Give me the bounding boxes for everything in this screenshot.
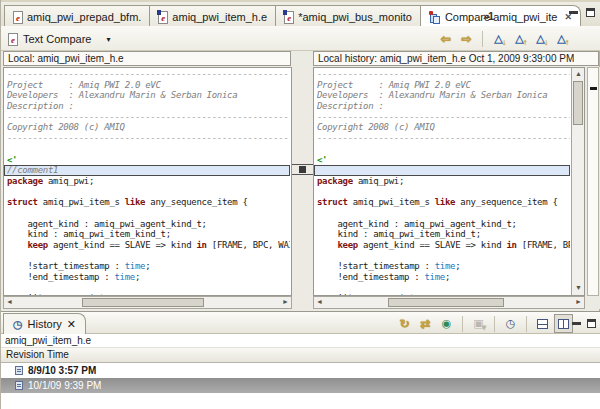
viewer-switch-label: Text Compare: [23, 33, 91, 45]
right-vertical-scrollbar[interactable]: ▲ ▼: [571, 68, 584, 295]
horizontal-scroll-thumb[interactable]: [82, 298, 204, 307]
right-horizontal-scrollbar[interactable]: ◄ ►: [313, 296, 585, 309]
revision-row-selected[interactable]: 10/1/09 9:39 PM: [1, 378, 600, 393]
horizontal-layout-icon: [537, 319, 548, 329]
scroll-left-icon[interactable]: ◄: [6, 298, 13, 305]
revision-time-column-header[interactable]: Revision Time: [1, 348, 600, 363]
chevron-down-icon: ▾: [106, 35, 110, 44]
copy-right-to-left-button[interactable]: ⇦: [436, 29, 455, 48]
right-source-pane[interactable]: ----------------------------------------…: [313, 67, 585, 296]
pin-icon: ◉: [442, 317, 452, 330]
compare-toolbar: e Text Compare ▾ ⇦ ⇨ △↓ △↑ △↓ △↑: [1, 26, 600, 51]
vertical-layout-button[interactable]: [554, 314, 573, 333]
minimize-icon[interactable]: [569, 8, 578, 17]
pin-view-button[interactable]: ◉: [437, 314, 456, 333]
scroll-up-icon[interactable]: ▲: [575, 70, 582, 77]
diff-overview-mark[interactable]: [590, 87, 597, 90]
e-file-icon: e: [8, 33, 18, 46]
next-change-button[interactable]: △↓: [531, 29, 550, 48]
next-difference-button[interactable]: △↓: [489, 29, 508, 48]
scroll-right-icon[interactable]: ►: [575, 298, 582, 305]
tab-compare-editor[interactable]: Compare amiq_pwi_ite ✕: [420, 5, 581, 28]
compare-mode-button[interactable]: ◷: [501, 314, 520, 333]
minimize-icon[interactable]: [572, 319, 581, 328]
tab-label: Compare amiq_pwi_ite: [445, 11, 558, 23]
compare-icon: [429, 11, 441, 24]
editor-tabbar: e amiq_pwi_prepad_bfm. e amiq_pwi_item_h…: [1, 0, 600, 26]
toolbar-separator: [526, 316, 527, 332]
left-horizontal-scrollbar[interactable]: ◄ ►: [3, 296, 292, 309]
diff-center-gutter: [292, 67, 313, 309]
history-view: ◷ History ✕ ↻ ⇄ ◉ ▣▾ ◷ amiq_pwi_item_: [1, 311, 600, 409]
tab-label: amiq_pwi_prepad_bfm.: [27, 11, 141, 23]
e-file-marked-icon: e: [158, 11, 168, 24]
history-file-label: amiq_pwi_item_h.e: [1, 334, 600, 348]
left-pane-header: Local: amiq_pwi_item_h.e: [3, 51, 291, 66]
e-file-marked-icon: e: [284, 11, 294, 24]
right-pane-header: Local history: amiq_pwi_item_h.e Oct 1, …: [313, 51, 599, 66]
link-with-editor-button[interactable]: ⇄: [416, 314, 435, 333]
tab-amiq-pwi-bus-monito[interactable]: e *amiq_pwi_bus_monito: [275, 5, 420, 28]
compare-body: ----------------------------------------…: [1, 67, 600, 309]
horizontal-scroll-thumb[interactable]: [388, 298, 504, 307]
tab-label: amiq_pwi_item_h.e: [172, 11, 267, 23]
history-tabbar: ◷ History ✕ ↻ ⇄ ◉ ▣▾ ◷: [1, 312, 600, 334]
arrow-down-icon: ↓: [544, 38, 548, 47]
eclipse-window: e amiq_pwi_prepad_bfm. e amiq_pwi_item_h…: [0, 0, 600, 409]
arrow-up-icon: ↑: [523, 38, 527, 47]
revision-icon: [15, 366, 23, 375]
tab-amiq-pwi-prepad-bfm[interactable]: e amiq_pwi_prepad_bfm.: [4, 5, 149, 28]
arrow-down-icon: ↓: [502, 38, 506, 47]
horizontal-layout-button[interactable]: [533, 314, 552, 333]
refresh-icon: ↻: [399, 317, 409, 331]
history-tab-label: History: [28, 318, 62, 330]
maximize-icon[interactable]: [587, 319, 596, 328]
toolbar-separator: [494, 316, 495, 332]
maximize-icon[interactable]: [586, 8, 595, 17]
scroll-left-icon[interactable]: ◄: [316, 298, 323, 305]
diff-overview-ruler[interactable]: [587, 67, 599, 296]
vertical-layout-icon: [558, 319, 569, 329]
viewer-switch-dropdown[interactable]: e Text Compare ▾: [8, 30, 111, 48]
revision-time: 10/1/09 9:39 PM: [28, 380, 101, 391]
scroll-right-icon[interactable]: ►: [282, 298, 289, 305]
chevron-down-icon: ▾: [482, 323, 486, 332]
tab-overflow-chevron[interactable]: »1: [483, 10, 493, 22]
copy-left-arrow-icon: ⇦: [440, 32, 450, 46]
copy-left-to-right-button[interactable]: ⇨: [457, 29, 476, 48]
tab-history[interactable]: ◷ History ✕: [3, 313, 86, 334]
toolbar-separator: [482, 31, 483, 47]
compare-mode-clock-icon: ◷: [506, 317, 516, 330]
scroll-down-icon[interactable]: ▼: [575, 284, 582, 291]
link-with-editor-icon: ⇄: [420, 317, 430, 331]
vertical-scroll-thumb[interactable]: [573, 81, 583, 125]
previous-change-button[interactable]: △↑: [552, 29, 571, 48]
toolbar-separator: [462, 316, 463, 332]
left-code-text: ----------------------------------------…: [7, 69, 290, 296]
e-file-icon: e: [13, 11, 23, 24]
diff-connector-handle[interactable]: [299, 166, 306, 173]
group-revisions-button[interactable]: ▣▾: [469, 314, 488, 333]
left-source-pane[interactable]: ----------------------------------------…: [3, 67, 292, 296]
revision-time: 8/9/10 3:57 PM: [28, 365, 96, 376]
revision-icon: [15, 381, 23, 390]
refresh-button[interactable]: ↻: [395, 314, 414, 333]
right-code-text: ----------------------------------------…: [317, 69, 570, 296]
close-icon[interactable]: ✕: [67, 318, 76, 331]
arrow-up-icon: ↑: [565, 38, 569, 47]
copy-right-arrow-icon: ⇨: [461, 32, 471, 46]
tab-amiq-pwi-item-h-e[interactable]: e amiq_pwi_item_h.e: [149, 5, 275, 28]
revision-row[interactable]: 8/9/10 3:57 PM: [1, 363, 600, 378]
history-clock-icon: ◷: [13, 318, 23, 331]
previous-difference-button[interactable]: △↑: [510, 29, 529, 48]
tab-label: *amiq_pwi_bus_monito: [298, 11, 412, 23]
